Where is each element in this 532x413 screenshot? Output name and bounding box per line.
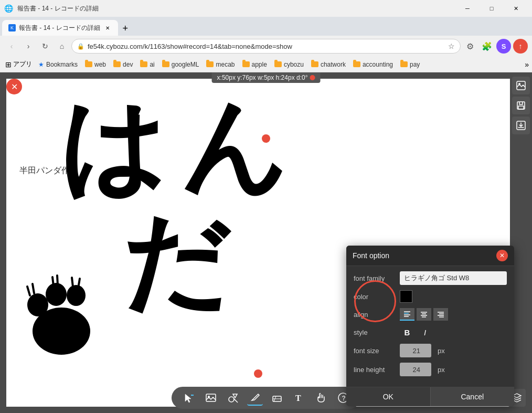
apps-button[interactable]: ⊞ アプリ <box>3 60 34 69</box>
style-buttons: B I <box>400 326 432 338</box>
active-tab[interactable]: K 報告書 - 14 - レコードの詳細 ✕ <box>2 20 118 36</box>
bookmark-star-icon[interactable]: ☆ <box>448 42 455 50</box>
bookmark-googleml[interactable]: googleML <box>159 60 203 69</box>
drawing-toolbar: T ? <box>172 387 360 409</box>
tab-favicon: K <box>10 25 14 30</box>
svg-text:?: ? <box>342 395 346 402</box>
bookmark-cybozu[interactable]: cybozu <box>271 60 307 69</box>
bookmark-label: apple <box>252 61 267 68</box>
tool-eraser-button[interactable] <box>269 390 285 406</box>
svg-rect-11 <box>518 106 524 109</box>
bookmark-bookmarks[interactable]: ★ Bookmarks <box>35 60 81 69</box>
style-label: style <box>354 329 396 336</box>
folder-icon <box>85 61 92 67</box>
color-swatch[interactable] <box>400 290 412 303</box>
canvas-save-button[interactable] <box>512 97 530 114</box>
align-left-button[interactable] <box>400 308 414 321</box>
extensions-puzzle-button[interactable]: 🧩 <box>480 39 494 54</box>
bookmark-pay[interactable]: pay <box>397 60 423 69</box>
update-icon: ↑ <box>519 42 523 50</box>
nav-bar: ‹ › ↻ ⌂ 🔒 fe54k.cybozu.com/k/1163/show#r… <box>0 36 532 57</box>
browser-content: x:50px y:76px w:5px h:24px d:0° ✕ 半田パンダ作… <box>0 72 532 413</box>
font-dialog-close-button[interactable]: ✕ <box>496 250 508 261</box>
line-height-unit: px <box>438 366 445 374</box>
svg-text:T: T <box>295 394 301 403</box>
tool-shape-button[interactable] <box>225 390 241 406</box>
tool-text-button[interactable]: T <box>291 390 307 406</box>
bookmark-mecab[interactable]: mecab <box>203 60 238 69</box>
coords-text: x:50px y:76px w:5px h:24px d:0° <box>217 74 308 81</box>
bookmark-apple[interactable]: apple <box>239 60 270 69</box>
paw-print <box>14 263 109 359</box>
extensions-button[interactable]: ⚙ <box>463 39 477 54</box>
window-title: 報告書 - 14 - レコードの詳細 <box>17 4 99 13</box>
font-family-input[interactable] <box>400 271 507 285</box>
font-dialog-header: Font option ✕ <box>346 246 514 266</box>
canvas-download-button[interactable] <box>512 117 530 134</box>
align-right-button[interactable] <box>433 308 448 321</box>
tab-close-button[interactable]: ✕ <box>103 24 112 32</box>
canvas-image-button[interactable] <box>512 77 530 94</box>
address-bar[interactable]: 🔒 fe54k.cybozu.com/k/1163/show#record=14… <box>71 39 461 54</box>
tab-icon: K <box>8 24 16 31</box>
grid-icon: ⊞ <box>5 60 12 69</box>
svg-rect-14 <box>206 394 216 401</box>
update-button[interactable]: ↑ <box>513 39 528 54</box>
italic-button[interactable]: I <box>418 326 432 338</box>
tool-image-button[interactable] <box>203 390 219 406</box>
tool-select-button[interactable] <box>181 390 197 406</box>
bookmark-web[interactable]: web <box>82 60 109 69</box>
maximize-button[interactable]: □ <box>480 0 504 17</box>
apps-label: アプリ <box>13 60 32 69</box>
font-size-unit: px <box>438 347 445 355</box>
new-tab-button[interactable]: + <box>118 21 133 36</box>
line-height-input[interactable] <box>400 363 431 376</box>
tool-hand-button[interactable] <box>313 390 329 406</box>
font-size-label: font size <box>354 347 396 355</box>
close-button[interactable]: ✕ <box>504 0 528 17</box>
bookmark-label: dev <box>123 61 133 68</box>
bookmark-dev[interactable]: dev <box>110 60 136 69</box>
bookmark-accounting[interactable]: accounting <box>350 60 396 69</box>
tool-pen-button[interactable] <box>247 390 263 406</box>
forward-button[interactable]: › <box>21 39 36 54</box>
font-size-row: font size px <box>354 344 507 357</box>
folder-icon <box>242 61 250 67</box>
minimize-button[interactable]: ─ <box>455 0 480 17</box>
coords-tooltip: x:50px y:76px w:5px h:24px d:0° <box>212 72 321 83</box>
font-dialog-cancel-button[interactable]: Cancel <box>430 387 515 406</box>
folder-icon <box>140 61 147 67</box>
align-row: align <box>354 308 507 321</box>
tab-bar: K 報告書 - 14 - レコードの詳細 ✕ + <box>0 17 532 36</box>
canvas-close-button[interactable]: ✕ <box>6 79 22 94</box>
font-dialog-footer: OK Cancel <box>346 387 514 406</box>
style-row: style B I <box>354 326 507 338</box>
bookmarks-bar: ⊞ アプリ ★ Bookmarks web dev ai googleML me… <box>0 57 532 72</box>
top-indicator-dot <box>262 134 270 143</box>
bookmarks-more-button[interactable]: » <box>525 60 529 69</box>
folder-icon <box>353 61 360 67</box>
bookmark-label: ai <box>150 61 154 68</box>
title-bar: 🌐 報告書 - 14 - レコードの詳細 ─ □ ✕ <box>0 0 532 17</box>
bookmark-label: cybozu <box>284 61 304 68</box>
font-dialog-title: Font option <box>353 251 389 260</box>
refresh-button[interactable]: ↻ <box>38 39 52 54</box>
font-size-input[interactable] <box>400 344 431 357</box>
home-button[interactable]: ⌂ <box>55 39 69 54</box>
folder-icon <box>206 61 214 67</box>
align-center-button[interactable] <box>417 308 431 321</box>
bottom-indicator-dot <box>254 369 262 378</box>
bookmark-chatwork[interactable]: chatwork <box>308 60 349 69</box>
bookmark-label: googleML <box>172 61 199 68</box>
bookmark-label: mecab <box>216 61 235 68</box>
svg-point-16 <box>229 397 234 402</box>
profile-button[interactable]: S <box>496 39 511 54</box>
bookmark-ai[interactable]: ai <box>137 60 157 69</box>
font-dialog-ok-button[interactable]: OK <box>346 387 430 406</box>
folder-icon <box>162 61 169 67</box>
star-icon: ★ <box>38 61 44 68</box>
back-button[interactable]: ‹ <box>4 39 19 54</box>
nav-right-buttons: ⚙ 🧩 S ↑ <box>463 39 528 54</box>
font-family-row: font family <box>354 271 507 285</box>
bold-button[interactable]: B <box>400 326 414 338</box>
